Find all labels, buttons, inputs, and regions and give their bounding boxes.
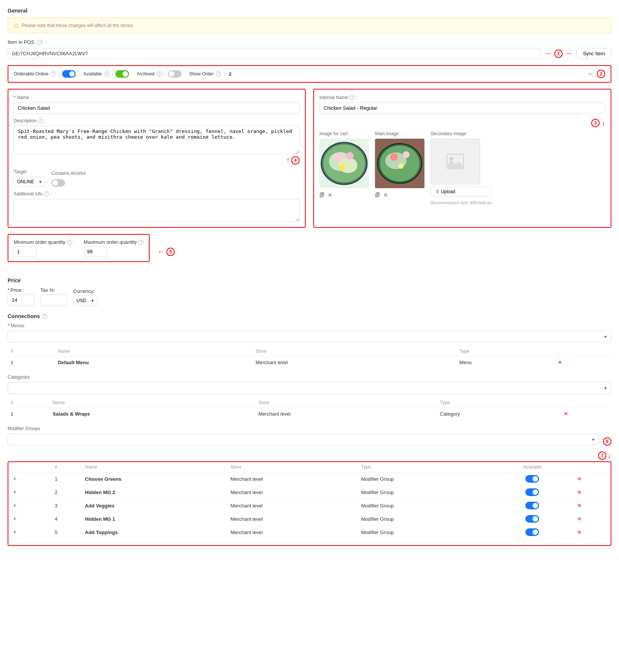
modifier-table-row: + 4 Hidden MG 1 Merchant level Modifier … bbox=[8, 512, 611, 526]
annotation-3-arrow: ↓ bbox=[602, 119, 605, 127]
toggles-row: Orderable Online ? : Available ? : bbox=[8, 65, 611, 83]
main-image-thumb bbox=[375, 139, 424, 188]
main-image-copy-btn[interactable]: 🗐 bbox=[375, 192, 380, 198]
connections-label: Connections bbox=[8, 313, 40, 319]
mod-row-expand[interactable]: + bbox=[11, 489, 18, 496]
mod-row-delete[interactable]: ✕ bbox=[577, 476, 582, 482]
additional-info-group: Additional info ? : bbox=[14, 191, 300, 222]
tax-input[interactable] bbox=[40, 294, 67, 306]
internal-name-group: Internal Name ? : bbox=[319, 95, 605, 114]
orderable-colon: : bbox=[58, 71, 60, 77]
mod-col-num: # bbox=[52, 462, 82, 472]
mod-row-plus: + bbox=[8, 512, 52, 526]
modifier-dropdown[interactable] bbox=[8, 434, 599, 445]
svg-point-4 bbox=[334, 153, 343, 162]
internal-name-label-row: Internal Name ? : bbox=[319, 95, 605, 100]
mod-available-toggle[interactable] bbox=[525, 502, 539, 509]
annotation-1-arrow: ← bbox=[545, 50, 552, 58]
pos-input[interactable] bbox=[8, 48, 541, 59]
mod-row-expand[interactable]: + bbox=[11, 529, 18, 536]
mod-row-name: Add Toppings bbox=[82, 526, 227, 539]
contains-alcohol-toggle[interactable] bbox=[51, 179, 65, 187]
min-qty-input[interactable] bbox=[14, 246, 37, 257]
mod-available-toggle[interactable] bbox=[525, 515, 539, 523]
price-input[interactable] bbox=[8, 294, 34, 306]
mod-row-available bbox=[490, 512, 574, 526]
archived-colon: : bbox=[164, 71, 166, 77]
annotation-6-badge: 6 bbox=[603, 437, 611, 446]
pos-label-row: Item in POS ? : bbox=[8, 39, 611, 45]
mod-row-name: Add Veggies bbox=[82, 499, 227, 512]
archived-info[interactable]: ? bbox=[157, 71, 162, 77]
secondary-image-placeholder-svg bbox=[446, 154, 465, 169]
mod-available-toggle[interactable] bbox=[525, 528, 539, 536]
mod-row-num: 1 bbox=[52, 472, 82, 486]
cat-row-delete[interactable]: ✕ bbox=[564, 411, 568, 417]
min-qty-group: Minimum order quantity ? bbox=[14, 239, 72, 257]
sync-button[interactable]: Sync Item bbox=[576, 48, 611, 59]
max-qty-group: Maximum order quantity ? bbox=[84, 239, 144, 257]
available-info[interactable]: ? bbox=[104, 71, 110, 77]
show-order-info[interactable]: ? bbox=[216, 71, 221, 77]
annotation-7-badge: 7 bbox=[598, 451, 606, 460]
orderable-online-toggle[interactable] bbox=[62, 70, 76, 78]
menus-row-delete[interactable]: ✕ bbox=[558, 359, 562, 365]
mod-available-toggle[interactable] bbox=[525, 488, 539, 496]
min-qty-label: Minimum order quantity bbox=[14, 239, 65, 245]
description-label: Description bbox=[14, 118, 37, 123]
additional-info-icon[interactable]: ? bbox=[44, 191, 49, 197]
additional-info-textarea[interactable] bbox=[14, 199, 300, 222]
description-info[interactable]: ? bbox=[38, 118, 43, 123]
mod-row-delete[interactable]: ✕ bbox=[577, 489, 582, 495]
internal-name-input[interactable] bbox=[319, 102, 605, 114]
name-input[interactable] bbox=[14, 102, 300, 114]
target-alcohol-row: Target ONLINE ▼ Contains Alcohol bbox=[14, 169, 300, 187]
cart-image-delete-btn[interactable]: ✕ bbox=[328, 192, 332, 198]
upload-hint: Recommended size: 955x500 px bbox=[431, 200, 491, 205]
mod-available-toggle[interactable] bbox=[525, 475, 539, 483]
main-image-delete-btn[interactable]: ✕ bbox=[383, 192, 388, 198]
mod-col-available: Available bbox=[490, 462, 574, 472]
internal-name-info[interactable]: ? bbox=[349, 95, 355, 100]
min-qty-info[interactable]: ? bbox=[67, 240, 72, 245]
available-toggle[interactable] bbox=[115, 70, 129, 78]
price-label-row: * Price : bbox=[8, 287, 34, 293]
mod-row-store: Merchant level bbox=[227, 499, 358, 512]
mod-row-expand[interactable]: + bbox=[11, 502, 18, 509]
orderable-online-label: Orderable Online bbox=[14, 71, 48, 77]
max-qty-info[interactable]: ? bbox=[138, 240, 144, 245]
mod-row-delete[interactable]: ✕ bbox=[577, 529, 582, 535]
currency-group: Currency: USD ▼ bbox=[73, 288, 97, 306]
cat-col-action bbox=[561, 398, 611, 408]
cart-image-copy-btn[interactable]: 🗐 bbox=[319, 192, 325, 198]
max-qty-input[interactable] bbox=[84, 246, 107, 257]
cart-image-svg bbox=[319, 139, 369, 188]
mod-row-expand[interactable]: + bbox=[11, 515, 18, 522]
categories-dropdown[interactable] bbox=[8, 382, 611, 394]
description-textarea[interactable]: Spit-Roasted Mary's Free-Range Chicken w… bbox=[14, 126, 300, 154]
mod-row-expand[interactable]: + bbox=[11, 475, 18, 482]
currency-select[interactable]: USD bbox=[73, 296, 97, 306]
mod-row-num: 3 bbox=[52, 499, 82, 512]
mod-row-delete[interactable]: ✕ bbox=[577, 502, 582, 509]
left-column: * Name : Description ? : Spit-Roasted Ma… bbox=[8, 89, 306, 228]
name-group: * Name : bbox=[14, 95, 300, 114]
upload-button[interactable]: ⇧ Upload bbox=[431, 187, 491, 197]
menus-dropdown[interactable] bbox=[8, 331, 611, 342]
secondary-image-label: Secondary image: bbox=[431, 131, 491, 136]
toggles-container: Orderable Online ? : Available ? : bbox=[8, 65, 611, 83]
modifier-groups-group: Modifier Groups ▼ 6 7 ↓ bbox=[8, 426, 611, 546]
mod-row-action: ✕ bbox=[574, 486, 611, 499]
mod-row-delete[interactable]: ✕ bbox=[577, 516, 582, 522]
archived-toggle[interactable] bbox=[168, 70, 182, 78]
connections-info[interactable]: ? bbox=[42, 314, 48, 319]
pos-info-icon[interactable]: ? bbox=[37, 40, 43, 45]
warning-text: Please note that these changes will affe… bbox=[22, 23, 134, 28]
target-select[interactable]: ONLINE bbox=[14, 177, 45, 187]
mod-row-name: Choose Greens bbox=[82, 472, 227, 486]
min-qty-label-row: Minimum order quantity ? bbox=[14, 239, 72, 245]
orderable-online-group: Orderable Online ? : bbox=[14, 70, 76, 78]
modifier-table-row: + 2 Hidden MG 2 Merchant level Modifier … bbox=[8, 486, 611, 499]
orderable-online-info[interactable]: ? bbox=[51, 71, 56, 77]
annotation-7-arrow: ↓ bbox=[608, 452, 611, 460]
